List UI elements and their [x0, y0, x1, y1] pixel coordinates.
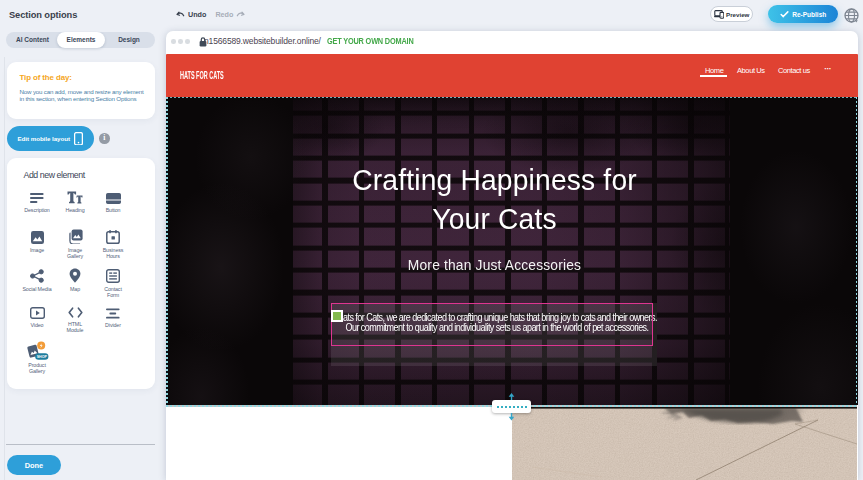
svg-text:SHOP: SHOP [37, 355, 48, 359]
